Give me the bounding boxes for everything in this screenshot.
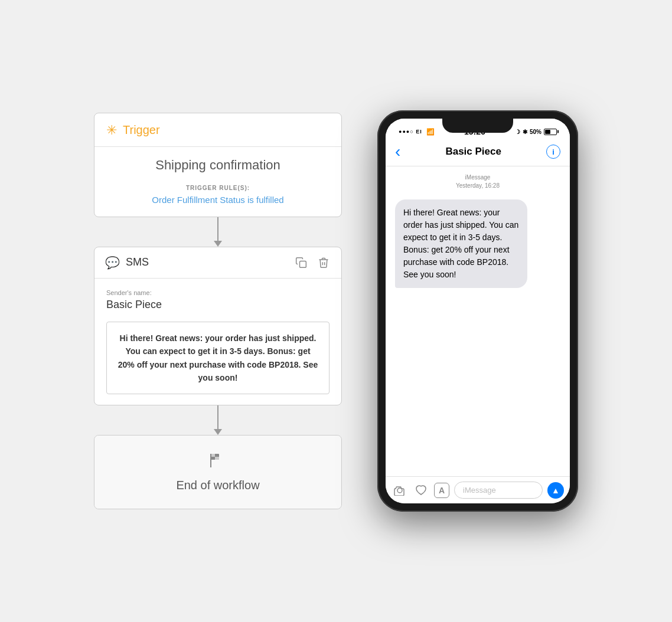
sms-bubble-icon: 💬 — [105, 256, 120, 270]
contact-name: Basic Piece — [445, 146, 501, 158]
sms-label: SMS — [126, 256, 294, 269]
end-card-body: End of workflow — [94, 436, 341, 509]
trigger-rules-label: TRIGGER RULE(S): — [106, 185, 330, 191]
battery-fill — [545, 130, 550, 134]
phone-screen: ●●●○ EI 📶 15:26 ☽ ✱ 50% ‹ Basic Piece — [386, 119, 570, 503]
heart-icon[interactable] — [413, 482, 429, 499]
trigger-title: Shipping confirmation — [106, 158, 330, 173]
svg-rect-3 — [215, 457, 219, 460]
trigger-rules-value: Order Fulfillment Status is fulfilled — [106, 195, 330, 205]
sender-label: Sender's name: — [106, 289, 330, 296]
battery-pct: 50% — [530, 129, 541, 135]
phone-notch — [442, 119, 513, 133]
phone-shell: ●●●○ EI 📶 15:26 ☽ ✱ 50% ‹ Basic Piece — [377, 110, 578, 512]
bubble-text: Hi there! Great news: your order has jus… — [403, 208, 518, 279]
copy-button[interactable] — [294, 256, 308, 270]
battery-icon — [544, 129, 557, 135]
input-placeholder: iMessage — [463, 486, 496, 495]
wifi-icon: 📶 — [426, 128, 435, 136]
input-bar: A iMessage ▲ — [386, 476, 570, 503]
sms-message-box[interactable]: Hi there! Great news: your order has jus… — [106, 322, 330, 395]
connector-2 — [214, 405, 222, 435]
sms-actions — [294, 256, 331, 270]
connector-1 — [214, 217, 222, 247]
sms-header: 💬 SMS — [94, 247, 341, 279]
end-card: End of workflow — [94, 435, 342, 509]
workflow-panel: ✳ Trigger Shipping confirmation TRIGGER … — [94, 113, 342, 510]
svg-rect-2 — [211, 454, 215, 457]
message-meta: iMessage Yesterday, 16:28 — [395, 173, 560, 190]
trigger-star-icon: ✳ — [106, 123, 117, 138]
connector-line-2 — [217, 405, 218, 429]
end-flag-icon — [106, 452, 330, 473]
back-button[interactable]: ‹ — [395, 143, 400, 160]
appstore-icon[interactable]: A — [434, 483, 449, 498]
info-button[interactable]: i — [546, 145, 560, 159]
sms-body: Sender's name: Basic Piece Hi there! Gre… — [94, 279, 341, 405]
sender-name: Basic Piece — [106, 299, 330, 311]
connector-line-1 — [217, 217, 218, 241]
end-label: End of workflow — [106, 479, 330, 492]
phone-container: ●●●○ EI 📶 15:26 ☽ ✱ 50% ‹ Basic Piece — [377, 110, 578, 512]
status-right: ☽ ✱ 50% — [515, 129, 557, 135]
status-signal: ●●●○ EI 📶 — [399, 128, 435, 136]
imessage-header: ‹ Basic Piece i — [386, 139, 570, 166]
bluetooth-icon: ✱ — [523, 129, 527, 135]
moon-icon: ☽ — [515, 129, 520, 135]
message-service: iMessage — [395, 173, 560, 182]
send-button[interactable]: ▲ — [547, 482, 564, 499]
signal-dots: ●●●○ EI — [399, 129, 422, 135]
camera-icon[interactable] — [392, 482, 408, 499]
message-time: Yesterday, 16:28 — [395, 182, 560, 190]
sms-message-text: Hi there! Great news: your order has jus… — [116, 332, 319, 385]
trigger-card: ✳ Trigger Shipping confirmation TRIGGER … — [94, 113, 342, 217]
svg-rect-0 — [300, 261, 306, 267]
delete-button[interactable] — [317, 256, 331, 270]
trigger-body: Shipping confirmation TRIGGER RULE(S): O… — [94, 147, 341, 217]
info-icon: i — [552, 148, 554, 156]
messages-area: iMessage Yesterday, 16:28 Hi there! Grea… — [386, 166, 570, 476]
connector-arrow-2 — [214, 429, 222, 435]
connector-arrow-1 — [214, 241, 222, 247]
send-icon: ▲ — [552, 486, 560, 495]
sms-card: 💬 SMS — [94, 247, 342, 406]
trigger-label: Trigger — [123, 123, 160, 137]
trigger-header: ✳ Trigger — [94, 113, 341, 147]
message-bubble: Hi there! Great news: your order has jus… — [395, 199, 527, 288]
message-input[interactable]: iMessage — [454, 482, 543, 499]
